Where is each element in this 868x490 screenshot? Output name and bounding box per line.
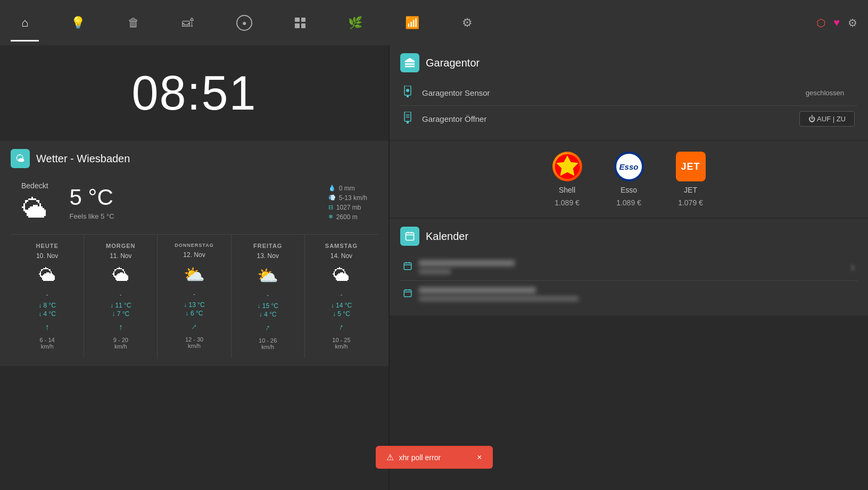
forecast-high-0: ↓ 8 °C	[38, 302, 56, 309]
nav-wifi[interactable]: 📶	[394, 11, 430, 35]
network-icon[interactable]: ⬡	[816, 16, 825, 29]
main-content: 08:51 🌤 Wetter - Wiesbaden Bedeckt 🌥 5 °…	[0, 45, 868, 490]
settings-icon[interactable]: ⚙	[848, 16, 857, 29]
calendar-item-0: 1	[400, 254, 857, 281]
fuel-station-shell: Shell 1.089 €	[552, 152, 582, 207]
forecast-wind-arrow-2: ↑	[189, 322, 199, 331]
shell-name: Shell	[559, 186, 575, 194]
garage-section: Garagentor Garagentor Sensor geschlossen	[390, 45, 868, 140]
forecast-day-name-1: MORGEN	[106, 243, 136, 249]
light-icon: 💡	[71, 16, 85, 30]
forecast-date-2: 12. Nov	[183, 251, 205, 259]
forecast-wind-arrow-3: ↑	[263, 322, 272, 333]
weather-icon: 🌤	[15, 153, 25, 164]
home-icon: ⌂	[21, 16, 28, 30]
forecast-high-4: ↓ 14 °C	[331, 302, 352, 309]
garage-icon	[404, 57, 416, 69]
shell-price: 1.089 €	[555, 198, 580, 207]
heart-icon[interactable]: ♥	[833, 16, 840, 29]
nav-config[interactable]: ⚙	[451, 11, 483, 35]
svg-rect-9	[406, 232, 414, 240]
garage-sensor-name: Garagentor Sensor	[422, 88, 806, 97]
wind-icon: 💨	[328, 194, 336, 201]
nav-home[interactable]: ⌂	[11, 11, 39, 35]
fuel-stations: Shell 1.089 € Esso Esso 1.089 € JET JET …	[400, 152, 857, 207]
error-toast: ⚠ xhr poll error ×	[376, 446, 493, 469]
forecast-date-1: 11. Nov	[110, 252, 131, 260]
calendar-title: Kalender	[426, 230, 468, 243]
forecast-low-3: ↓ 4 °C	[259, 311, 277, 318]
forecast-low-0: ↓ 4 °C	[38, 310, 56, 318]
error-message: xhr poll error	[399, 453, 441, 462]
nav-plant[interactable]: 🌿	[337, 11, 373, 35]
calendar-item-icon-0	[403, 261, 412, 273]
forecast-precip-1: -	[120, 291, 122, 298]
esso-name: Esso	[621, 186, 637, 194]
garage-icon-box	[400, 53, 419, 72]
forecast-precip-4: -	[340, 291, 342, 298]
esso-price: 1.089 €	[616, 198, 641, 207]
topbar-nav: ⌂ 💡 🗑 🛋 ● 🌿 📶 ⚙	[11, 10, 816, 36]
weather-widget: 🌤 Wetter - Wiesbaden Bedeckt 🌥 5 °C Feel…	[0, 141, 388, 366]
forecast-precip-0: -	[46, 291, 48, 298]
nav-media[interactable]: ●	[226, 10, 263, 36]
svg-rect-13	[404, 263, 411, 270]
calendar-item-content-0	[419, 260, 839, 274]
garage-title: Garagentor	[426, 57, 480, 69]
grid-icon	[295, 18, 305, 28]
forecast-icon-2: ⛅	[184, 264, 205, 285]
svg-point-4	[406, 89, 409, 92]
rain-icon: 💧	[328, 185, 336, 192]
forecast-high-3: ↓ 15 °C	[257, 302, 278, 310]
weather-details: 💧 0 mm 💨 5-13 km/h ⊟ 1027 mb ❄ 2600 m	[328, 185, 367, 221]
garage-header: Garagentor	[400, 53, 857, 72]
left-panel: 08:51 🌤 Wetter - Wiesbaden Bedeckt 🌥 5 °…	[0, 45, 388, 490]
pressure-value: 1027 mb	[336, 204, 361, 211]
forecast-day-name-3: FREITAG	[253, 243, 282, 249]
weather-feels-like: Feels like 5 °C	[70, 212, 114, 220]
forecast-icon-1: 🌥	[112, 265, 129, 285]
forecast-day-name-2: DONNERSTAG	[175, 243, 213, 248]
garage-opener-name: Garagentor Öffner	[422, 114, 799, 123]
shell-logo	[552, 152, 582, 181]
forecast-temps-2: ↓ 13 °C ↓ 6 °C	[184, 301, 204, 317]
weather-header: 🌤 Wetter - Wiesbaden	[11, 149, 378, 168]
calendar-blurred-1	[419, 287, 855, 301]
esso-logo-text: Esso	[616, 154, 642, 179]
forecast-samstag: SAMSTAG 14. Nov 🌥 - ↓ 14 °C ↓ 5 °C ↑ 10 …	[305, 235, 378, 358]
forecast-icon-0: 🌥	[39, 265, 56, 285]
nav-couch[interactable]: 🛋	[171, 11, 204, 35]
forecast-morgen: MORGEN 11. Nov 🌥 - ↓ 11 °C ↓ 7 °C ↑ 9 - …	[84, 235, 158, 358]
jet-price: 1.079 €	[678, 198, 703, 207]
jet-logo: JET	[676, 152, 706, 181]
forecast-wind-arrow-4: ↑	[337, 322, 345, 333]
shell-logo-svg	[554, 153, 581, 180]
sensor-icon	[403, 86, 416, 100]
opener-icon	[403, 112, 416, 126]
fuel-station-jet: JET JET 1.079 €	[676, 152, 706, 207]
weather-temperature: 5 °C	[70, 185, 114, 210]
nav-grid[interactable]	[284, 12, 316, 34]
weather-title: Wetter - Wiesbaden	[36, 153, 130, 165]
svg-rect-0	[405, 61, 415, 62]
media-icon: ●	[236, 15, 252, 31]
forecast-low-1: ↓ 7 °C	[112, 310, 129, 318]
svg-rect-1	[405, 63, 415, 65]
forecast-wind-4: 10 - 25km/h	[332, 337, 350, 350]
nav-light[interactable]: 💡	[60, 11, 96, 35]
nav-trash[interactable]: 🗑	[117, 11, 150, 35]
right-panel: Garagentor Garagentor Sensor geschlossen	[390, 45, 868, 490]
garage-opener-item: Garagentor Öffner ⏻ AUF | ZU	[400, 106, 857, 132]
forecast-high-1: ↓ 11 °C	[110, 302, 131, 309]
trash-icon: 🗑	[128, 16, 139, 30]
garage-open-close-button[interactable]: ⏻ AUF | ZU	[799, 111, 855, 127]
fuel-station-esso: Esso Esso 1.089 €	[614, 152, 644, 207]
forecast-date-4: 14. Nov	[330, 252, 352, 260]
wind-value: 5-13 km/h	[339, 194, 367, 202]
jet-logo-text: JET	[681, 161, 700, 172]
topbar-right-controls: ⬡ ♥ ⚙	[816, 16, 857, 29]
calendar-item-content-1	[419, 287, 855, 301]
visibility-value: 2600 m	[336, 213, 358, 221]
toast-close-button[interactable]: ×	[477, 453, 482, 462]
clock-section: 08:51	[0, 45, 388, 141]
